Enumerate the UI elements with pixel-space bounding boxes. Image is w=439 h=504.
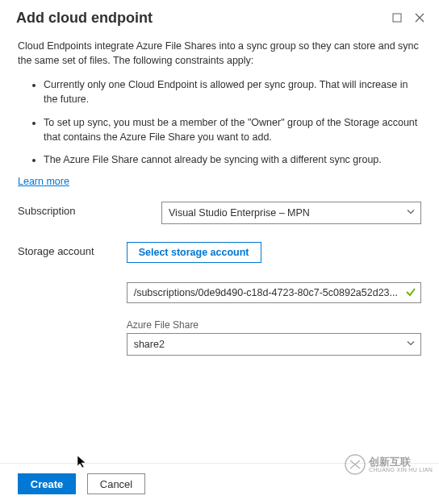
subscription-row: Subscription Visual Studio Enterprise – …	[18, 202, 421, 224]
panel-footer: Create Cancel	[0, 463, 439, 504]
svg-rect-0	[393, 14, 401, 22]
subscription-value: Visual Studio Enterprise – MPN	[169, 207, 310, 219]
panel-body: Cloud Endpoints integrate Azure File Sha…	[0, 34, 439, 463]
storage-path-input[interactable]: /subscriptions/0de9d490-c18d-4723-80c7-5…	[127, 282, 421, 303]
close-icon[interactable]	[408, 6, 431, 29]
select-storage-account-button[interactable]: Select storage account	[127, 242, 261, 263]
file-share-label: Azure File Share	[127, 319, 421, 331]
chevron-down-icon	[406, 206, 416, 219]
intro-text: Cloud Endpoints integrate Azure File Sha…	[18, 39, 421, 68]
file-share-value: share2	[134, 339, 165, 350]
restore-icon[interactable]	[386, 6, 408, 29]
panel-header: Add cloud endpoint	[0, 0, 439, 34]
panel-title: Add cloud endpoint	[16, 10, 386, 27]
learn-more-link[interactable]: Learn more	[18, 176, 69, 187]
chevron-down-icon	[406, 338, 416, 350]
storage-account-label: Storage account	[18, 242, 127, 257]
add-cloud-endpoint-panel: Add cloud endpoint Cloud Endpoints integ…	[0, 0, 439, 504]
storage-path-row: /subscriptions/0de9d490-c18d-4723-80c7-5…	[127, 282, 421, 303]
constraint-item: The Azure File Share cannot already be s…	[44, 152, 421, 167]
cancel-button[interactable]: Cancel	[87, 473, 145, 494]
storage-account-row: Storage account Select storage account /…	[18, 242, 421, 356]
check-icon	[405, 286, 416, 300]
storage-path-value: /subscriptions/0de9d490-c18d-4723-80c7-5…	[134, 287, 398, 298]
constraints-list: Currently only one Cloud Endpoint is all…	[18, 77, 421, 167]
file-share-dropdown[interactable]: share2	[127, 333, 421, 356]
create-button[interactable]: Create	[18, 473, 76, 494]
subscription-dropdown[interactable]: Visual Studio Enterprise – MPN	[161, 202, 421, 224]
subscription-label: Subscription	[18, 202, 161, 217]
constraint-item: To set up sync, you must be a member of …	[44, 115, 421, 144]
constraint-item: Currently only one Cloud Endpoint is all…	[44, 77, 421, 106]
